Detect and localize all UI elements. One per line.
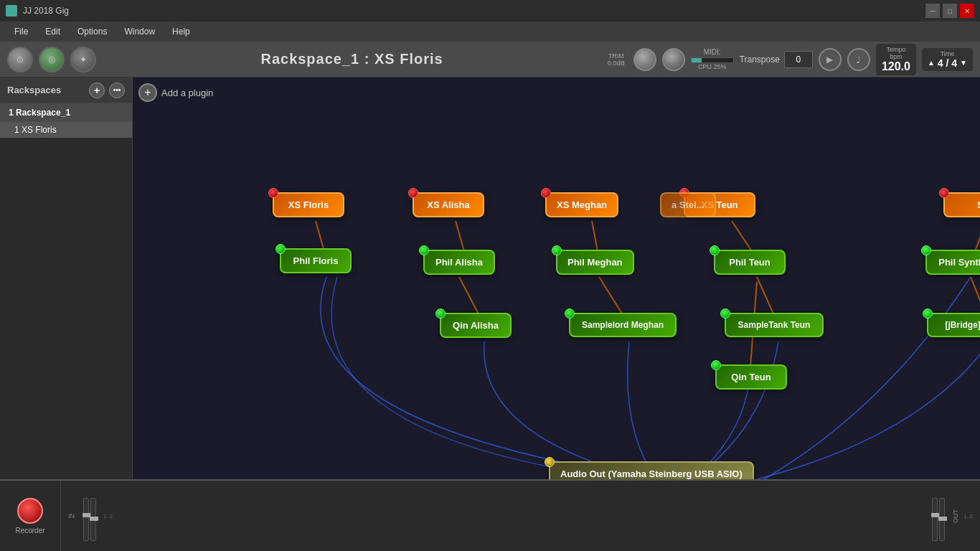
- play-button[interactable]: ▶: [819, 48, 842, 71]
- node-phil-floris[interactable]: Phil Floris: [280, 248, 352, 273]
- node-label-qin-teun: Qin Teun: [715, 364, 787, 390]
- node-qin-alisha[interactable]: Qin Alisha: [440, 313, 512, 338]
- metronome-button[interactable]: ♩: [847, 48, 870, 71]
- node-sampletank-teun[interactable]: SampleTank Teun: [725, 313, 824, 337]
- node-samplelord-meghan[interactable]: Samplelord Meghan: [569, 313, 677, 337]
- node-label-audio-out: Audio Out (Yamaha Steinberg USB ASIO): [549, 461, 754, 479]
- fader-num-2: 2: [109, 513, 112, 519]
- node-xs-alisha[interactable]: XS Alisha: [413, 192, 484, 217]
- window-title: JJ 2018 Gig: [23, 6, 69, 16]
- window-controls: ─ □ ✕: [925, 4, 974, 18]
- sidebar-more-button[interactable]: •••: [109, 83, 125, 98]
- tempo-value: 120.0: [882, 60, 910, 73]
- indicator-phil-synth: [921, 245, 931, 255]
- midi-area: MIDI: CPU 25%: [691, 48, 734, 70]
- fader-out-label: OUT: [952, 509, 959, 523]
- menu-file[interactable]: File: [6, 24, 37, 39]
- midi-label: MIDI:: [704, 48, 721, 56]
- indicator-xs-floris: [268, 188, 278, 198]
- node-xs-meghan[interactable]: XS Meghan: [545, 192, 618, 217]
- indicator-phil-teun: [710, 245, 720, 255]
- node-label-samplelord-meghan: Samplelord Meghan: [569, 313, 677, 337]
- node-audio-out[interactable]: Audio Out (Yamaha Steinberg USB ASIO): [549, 461, 754, 479]
- fader-track-2[interactable]: [90, 498, 96, 541]
- node-label-sampletank-teun: SampleTank Teun: [725, 313, 824, 337]
- indicator-audio-out: [545, 457, 555, 467]
- cpu-bar: [691, 57, 734, 63]
- bottom-panel: Recorder IN 1 2 OUT: [0, 479, 980, 551]
- menu-window[interactable]: Window: [116, 24, 164, 39]
- menu-edit[interactable]: Edit: [37, 24, 69, 39]
- tempo-area: Tempo bpm 120.0: [876, 44, 916, 75]
- trim-label: TRIM: [608, 52, 624, 60]
- rackspace-sub-1[interactable]: 1 XS Floris: [0, 122, 132, 138]
- node-label-phil-teun: Phil Teun: [714, 250, 786, 275]
- cpu-label: CPU 25%: [698, 63, 727, 70]
- midi-knob[interactable]: [662, 48, 685, 71]
- maximize-button[interactable]: □: [943, 4, 957, 18]
- app-icon: [6, 5, 17, 17]
- node-label-phil-alisha: Phil Alisha: [423, 250, 495, 275]
- menu-options[interactable]: Options: [69, 24, 116, 39]
- trim-value: 0.0dB: [608, 60, 625, 67]
- menu-bar: File Edit Options Window Help: [0, 22, 980, 42]
- toolbar: ⊙ ◎ ✦ Rackspace_1 : XS Floris TRIM 0.0dB…: [0, 42, 980, 77]
- fader-group-in: [83, 491, 96, 541]
- toolbar-btn-2[interactable]: ◎: [39, 47, 65, 72]
- toolbar-btn-3[interactable]: ✦: [70, 47, 96, 72]
- node-synth[interactable]: Synth: [943, 192, 980, 217]
- node-partial-stein[interactable]: a Stei...: [660, 192, 716, 217]
- node-label-phil-meghan: Phil Meghan: [556, 250, 634, 275]
- fader-track-out-2[interactable]: [939, 498, 945, 541]
- title-bar: JJ 2018 Gig ─ □ ✕: [0, 0, 980, 22]
- toolbar-btn-1[interactable]: ⊙: [7, 47, 33, 72]
- fader-out-num-2: 2: [970, 513, 973, 519]
- indicator-jbridge-kontakt: [923, 309, 933, 319]
- minimize-button[interactable]: ─: [925, 4, 940, 18]
- sidebar-title: Rackspaces: [7, 85, 61, 95]
- rackspace-item-1[interactable]: 1 Rackspace_1: [0, 103, 132, 122]
- indicator-samplelord-meghan: [565, 309, 575, 319]
- indicator-phil-meghan: [552, 245, 562, 255]
- menu-help[interactable]: Help: [164, 24, 199, 39]
- trim-knob[interactable]: [633, 48, 656, 71]
- node-label-xs-meghan: XS Meghan: [545, 192, 618, 217]
- fader-num-1: 1: [103, 513, 106, 519]
- transpose-input[interactable]: [784, 51, 813, 68]
- time-sig-up[interactable]: ▲: [928, 59, 935, 67]
- main-content: Rackspaces + ••• 1 Rackspace_1 1 XS Flor…: [0, 77, 980, 479]
- transpose-label: Transpose: [740, 55, 780, 65]
- fader-handle-2[interactable]: [90, 517, 98, 521]
- fader-track-1[interactable]: [83, 498, 89, 541]
- record-button[interactable]: [17, 498, 43, 524]
- node-label-phil-synth: Phil Synth: [925, 250, 980, 275]
- recorder-label: Recorder: [15, 527, 44, 534]
- time-sig-down[interactable]: ▼: [960, 59, 967, 67]
- node-xs-floris[interactable]: XS Floris: [273, 192, 344, 217]
- transpose-area: Transpose: [740, 51, 813, 68]
- sidebar-add-button[interactable]: +: [89, 83, 105, 98]
- canvas-area: + Add a plugin: [133, 77, 980, 479]
- indicator-xs-meghan: [541, 188, 551, 198]
- node-phil-synth[interactable]: Phil Synth: [925, 250, 980, 275]
- node-label-xs-alisha: XS Alisha: [413, 192, 484, 217]
- node-phil-meghan[interactable]: Phil Meghan: [556, 250, 634, 275]
- fader-track-out-1[interactable]: [932, 498, 938, 541]
- node-label-qin-alisha: Qin Alisha: [440, 313, 512, 338]
- node-label-xs-floris: XS Floris: [273, 192, 344, 217]
- node-jbridge-kontakt[interactable]: [jBridge]Kontakt 5: [927, 313, 980, 337]
- node-phil-alisha[interactable]: Phil Alisha: [423, 250, 495, 275]
- node-qin-teun[interactable]: Qin Teun: [715, 364, 787, 390]
- node-phil-teun[interactable]: Phil Teun: [714, 250, 786, 275]
- add-plugin-button[interactable]: + Add a plugin: [138, 83, 213, 102]
- indicator-qin-alisha: [435, 309, 446, 319]
- close-button[interactable]: ✕: [960, 4, 974, 18]
- fader-handle-out-2[interactable]: [938, 517, 947, 521]
- add-plugin-icon: +: [138, 83, 157, 102]
- indicator-synth: [939, 188, 949, 198]
- node-label-synth: Synth: [943, 192, 980, 217]
- node-label-phil-floris: Phil Floris: [280, 248, 352, 273]
- fader-group-out: [932, 491, 945, 541]
- fader-out-num-1: 1: [963, 513, 966, 519]
- sidebar: Rackspaces + ••• 1 Rackspace_1 1 XS Flor…: [0, 77, 133, 479]
